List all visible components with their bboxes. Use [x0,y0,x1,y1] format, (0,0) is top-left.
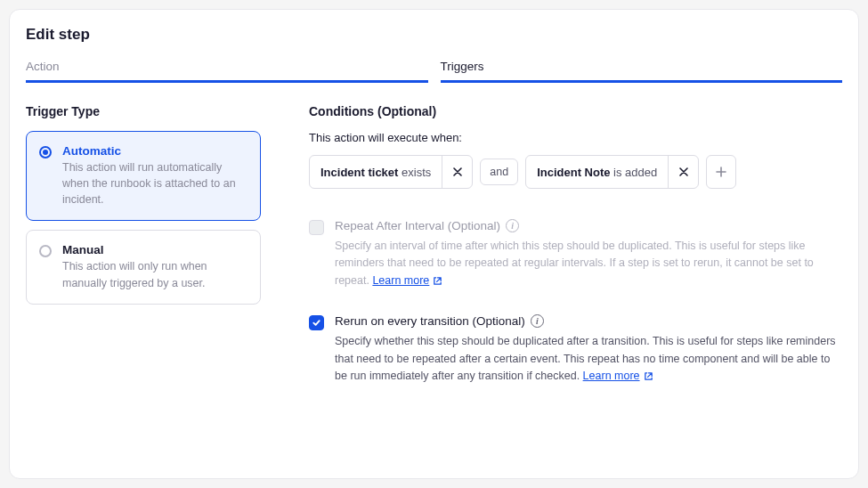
chip-bold: Incident ticket [320,166,398,179]
automatic-label: Automatic [62,144,247,158]
remove-condition-button[interactable] [442,156,472,188]
condition-chip-incident-note[interactable]: Incident Note is added [525,155,699,189]
info-icon[interactable]: i [531,314,544,328]
close-icon [453,167,462,176]
chip-rest: exists [398,166,431,179]
radio-icon [39,146,52,159]
close-icon [679,167,688,176]
external-link-icon [433,276,442,286]
plus-icon [716,167,726,177]
tab-action[interactable]: Action [26,54,428,83]
info-icon[interactable]: i [506,219,519,232]
remove-condition-button[interactable] [668,156,698,188]
content: Trigger Type Automatic This action will … [26,104,842,410]
check-icon [312,318,321,328]
rerun-learn-more-link[interactable]: Learn more [583,368,653,385]
repeat-after-interval-block: Repeat After Interval (Optional) i Speci… [309,219,842,289]
rerun-checkbox[interactable] [309,315,324,330]
conditions-heading: Conditions (Optional) [309,104,842,118]
trigger-type-section: Trigger Type Automatic This action will … [26,104,261,410]
conjunction-and: and [480,159,518,185]
learn-more-text: Learn more [372,272,429,289]
conditions-row: Incident ticket exists and Incident Note… [309,155,842,189]
manual-desc: This action will only run when manually … [62,258,247,290]
rerun-title-text: Rerun on every transition (Optional) [335,314,525,328]
chip-rest: is added [610,166,657,179]
learn-more-text: Learn more [583,368,640,385]
repeat-learn-more-link[interactable]: Learn more [372,272,442,289]
trigger-type-heading: Trigger Type [26,104,261,118]
trigger-type-manual[interactable]: Manual This action will only run when ma… [26,230,261,304]
conditions-intro: This action will execute when: [309,131,842,144]
chip-bold: Incident Note [537,166,610,179]
tab-triggers[interactable]: Triggers [441,54,843,83]
page-title: Edit step [26,26,842,44]
rerun-title: Rerun on every transition (Optional) i [335,314,842,328]
repeat-checkbox [309,220,324,235]
external-link-icon [644,371,653,381]
repeat-title-text: Repeat After Interval (Optional) [335,219,500,232]
conditions-section: Conditions (Optional) This action will e… [309,104,842,410]
trigger-type-automatic[interactable]: Automatic This action will run automatic… [26,131,261,221]
rerun-desc: Specify whether this step should be dupl… [335,333,842,385]
add-condition-button[interactable] [706,155,736,189]
tabs: Action Triggers [26,54,842,83]
edit-step-panel: Edit step Action Triggers Trigger Type A… [9,9,859,479]
rerun-on-transition-block: Rerun on every transition (Optional) i S… [309,314,842,385]
repeat-title: Repeat After Interval (Optional) i [335,219,842,232]
radio-icon [39,245,52,257]
condition-chip-incident-ticket[interactable]: Incident ticket exists [309,155,473,189]
repeat-desc: Specify an interval of time after which … [335,238,842,289]
automatic-desc: This action will run automatically when … [62,159,247,207]
manual-label: Manual [62,243,247,256]
